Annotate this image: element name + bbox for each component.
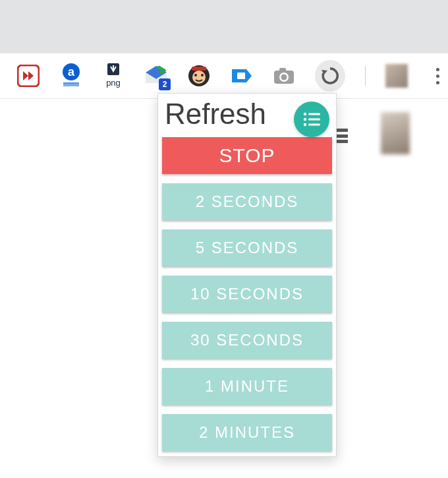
svg-point-19	[304, 118, 306, 121]
interval-option-10-seconds[interactable]: 10 SECONDS	[162, 276, 332, 313]
svg-rect-11	[192, 67, 206, 71]
amazon-assistant-icon[interactable]: a	[59, 64, 82, 88]
history-refresh-icon[interactable]	[315, 60, 345, 92]
svg-point-20	[304, 123, 306, 126]
inbox-icon[interactable]: 2	[144, 64, 168, 88]
tag-icon[interactable]	[231, 64, 253, 88]
svg-rect-21	[308, 113, 320, 115]
svg-text:png: png	[106, 78, 121, 88]
interval-option-1-minute[interactable]: 1 MINUTE	[162, 368, 332, 405]
popup-title: Refresh	[165, 98, 266, 131]
avatar-monkey-icon[interactable]	[188, 64, 210, 88]
svg-rect-22	[308, 119, 320, 121]
browser-menu-icon[interactable]	[428, 65, 448, 86]
svg-point-10	[201, 74, 204, 76]
interval-option-2-minutes[interactable]: 2 MINUTES	[162, 414, 332, 451]
svg-point-17	[281, 75, 287, 80]
svg-point-18	[304, 113, 306, 115]
interval-option-30-seconds[interactable]: 30 SECONDS	[162, 322, 332, 359]
svg-rect-23	[308, 124, 320, 126]
interval-option-5-seconds[interactable]: 5 SECONDS	[162, 229, 332, 266]
page-avatar[interactable]	[381, 112, 410, 154]
svg-rect-12	[237, 73, 242, 79]
inbox-badge: 2	[159, 78, 171, 90]
svg-point-9	[194, 74, 197, 76]
browser-top-chrome	[0, 0, 448, 53]
toolbar-separator	[365, 66, 366, 86]
svg-rect-15	[279, 68, 286, 72]
stop-button[interactable]: STOP	[162, 137, 332, 174]
svg-rect-13	[242, 73, 245, 79]
svg-rect-4	[63, 82, 79, 84]
extensions-toolbar: a png 2	[0, 53, 448, 99]
popup-header: Refresh	[158, 94, 336, 134]
profile-avatar[interactable]	[385, 64, 408, 88]
list-icon[interactable]	[294, 102, 329, 137]
camera-icon[interactable]	[273, 64, 295, 88]
svg-text:a: a	[68, 65, 75, 78]
interval-option-2-seconds[interactable]: 2 SECONDS	[162, 183, 332, 220]
refresh-extension-popup: Refresh STOP 2 SECONDS 5 SECONDS 10 SECO…	[157, 93, 337, 457]
png-download-icon[interactable]: png	[102, 64, 125, 88]
fast-forward-icon[interactable]	[17, 64, 40, 88]
